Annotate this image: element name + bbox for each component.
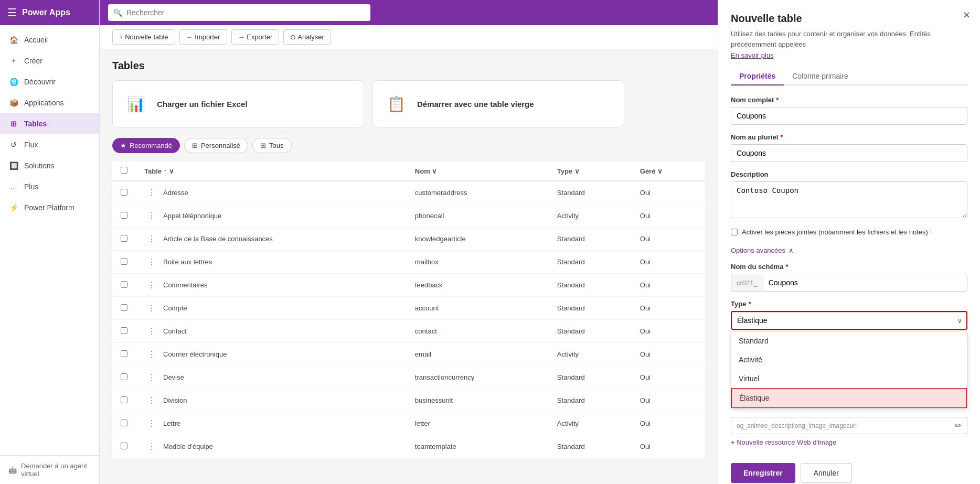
attachment-checkbox[interactable] bbox=[731, 229, 738, 235]
table-row[interactable]: ⋮ Lettre letter Activity Oui bbox=[112, 412, 705, 435]
sidebar-item-creer[interactable]: ＋Créer bbox=[0, 50, 99, 71]
power-platform-icon: ⚡ bbox=[8, 202, 19, 213]
attachment-checkbox-row[interactable]: Activer les pièces jointes (notamment le… bbox=[731, 228, 967, 236]
row-checkbox-10[interactable] bbox=[121, 420, 127, 426]
row-menu-btn-5[interactable]: ⋮ bbox=[144, 302, 159, 314]
edit-image-resource-button[interactable]: ✏ bbox=[955, 421, 962, 431]
col-gere-sort[interactable]: Géré ∨ bbox=[640, 167, 663, 175]
row-checkbox-4[interactable] bbox=[121, 281, 127, 288]
nom-pluriel-input[interactable] bbox=[731, 144, 967, 162]
table-row[interactable]: ⋮ Adresse customeraddress Standard Oui bbox=[112, 181, 705, 205]
table-row[interactable]: ⋮ Commentaires feedback Standard Oui bbox=[112, 274, 705, 297]
close-button[interactable]: ✕ bbox=[963, 9, 971, 21]
cell-gere-1: Oui bbox=[632, 205, 705, 228]
table-row[interactable]: ⋮ Modèle d'équipe teamtemplate Standard … bbox=[112, 435, 705, 458]
panel-tabs: Propriétés Colonne primaire bbox=[731, 68, 967, 85]
row-menu-btn-4[interactable]: ⋮ bbox=[144, 279, 159, 291]
search-input[interactable] bbox=[126, 8, 365, 17]
tab-personnalise[interactable]: ⊞Personnalisé bbox=[184, 138, 248, 153]
row-menu-btn-0[interactable]: ⋮ bbox=[144, 187, 159, 199]
option-elastique[interactable]: Élastique bbox=[731, 388, 967, 408]
tab-tous[interactable]: ⊞Tous bbox=[252, 138, 291, 153]
export-button[interactable]: → Exporter bbox=[231, 29, 280, 45]
sidebar-item-solutions[interactable]: 🔲Solutions bbox=[0, 155, 99, 176]
cancel-button[interactable]: Annuler bbox=[801, 463, 852, 483]
select-all-checkbox[interactable] bbox=[121, 167, 127, 174]
tab-proprietes[interactable]: Propriétés bbox=[731, 68, 784, 85]
table-row[interactable]: ⋮ Appel téléphonique phonecall Activity … bbox=[112, 205, 705, 228]
row-menu-btn-8[interactable]: ⋮ bbox=[144, 371, 159, 383]
sidebar-item-decouvrir[interactable]: 🌐Découvrir bbox=[0, 71, 99, 92]
row-menu-btn-1[interactable]: ⋮ bbox=[144, 210, 159, 222]
sidebar-item-plus[interactable]: …Plus bbox=[0, 176, 99, 197]
row-menu-btn-7[interactable]: ⋮ bbox=[144, 348, 159, 360]
row-menu-btn-9[interactable]: ⋮ bbox=[144, 394, 159, 406]
power-platform-label: Power Platform bbox=[24, 203, 74, 212]
card-1[interactable]: 📋Démarrer avec une table vierge bbox=[372, 80, 624, 127]
cell-type-4: Standard bbox=[549, 274, 632, 297]
schema-value-input[interactable] bbox=[763, 274, 967, 291]
sidebar-item-flux[interactable]: ↺Flux bbox=[0, 134, 99, 155]
search-box[interactable]: 🔍 bbox=[108, 4, 370, 21]
cell-gere-5: Oui bbox=[632, 297, 705, 320]
option-standard[interactable]: Standard bbox=[731, 331, 967, 350]
solutions-icon: 🔲 bbox=[8, 160, 19, 171]
table-row[interactable]: ⋮ Article de la Base de connaissances kn… bbox=[112, 228, 705, 251]
row-checkbox-0[interactable] bbox=[121, 189, 127, 196]
row-checkbox-9[interactable] bbox=[121, 396, 127, 403]
sidebar-item-accueil[interactable]: 🏠Accueil bbox=[0, 29, 99, 50]
hamburger-icon[interactable]: ☰ bbox=[7, 6, 17, 19]
sidebar-footer-item[interactable]: 🤖 Demander à un agent virtuel bbox=[0, 455, 99, 484]
add-resource-button[interactable]: + Nouvelle ressource Web d'image bbox=[731, 438, 967, 446]
card-0[interactable]: 📊Charger un fichier Excel bbox=[112, 80, 364, 127]
cell-type-9: Standard bbox=[549, 389, 632, 412]
new-table-button[interactable]: + Nouvelle table bbox=[112, 29, 175, 45]
row-menu-btn-3[interactable]: ⋮ bbox=[144, 256, 159, 268]
grid-icon: ⊞ bbox=[192, 142, 198, 149]
table-row[interactable]: ⋮ Compte account Standard Oui bbox=[112, 297, 705, 320]
row-checkbox-2[interactable] bbox=[121, 235, 127, 242]
row-menu-btn-6[interactable]: ⋮ bbox=[144, 325, 159, 337]
tab-colonne-primaire[interactable]: Colonne primaire bbox=[784, 68, 857, 85]
row-menu-btn-11[interactable]: ⋮ bbox=[144, 440, 159, 453]
row-checkbox-11[interactable] bbox=[121, 443, 127, 449]
col-table-sort[interactable]: Table ↑ ∨ bbox=[144, 167, 174, 175]
table-row[interactable]: ⋮ Contact contact Standard Oui bbox=[112, 320, 705, 343]
description-textarea[interactable]: Contoso Coupon bbox=[731, 181, 967, 218]
table-row[interactable]: ⋮ Devise transactioncurrency Standard Ou… bbox=[112, 366, 705, 389]
nom-complet-input[interactable] bbox=[731, 107, 967, 125]
learn-more-link[interactable]: En savoir plus bbox=[731, 51, 967, 59]
cell-gere-4: Oui bbox=[632, 274, 705, 297]
table-row[interactable]: ⋮ Courrier électronique email Activity O… bbox=[112, 343, 705, 366]
option-virtuel[interactable]: Virtuel bbox=[731, 369, 967, 388]
sidebar-item-label: Accueil bbox=[24, 36, 48, 44]
import-button[interactable]: ← Importer bbox=[179, 29, 227, 45]
required-marker: * bbox=[776, 96, 779, 104]
tab-recommande[interactable]: ★Recommandé bbox=[112, 138, 180, 153]
table-row[interactable]: ⋮ Division businessunit Standard Oui bbox=[112, 389, 705, 412]
cell-nom-1: phonecall bbox=[407, 205, 549, 228]
save-button[interactable]: Enregistrer bbox=[731, 463, 795, 483]
row-checkbox-8[interactable] bbox=[121, 373, 127, 380]
sidebar-item-power-platform[interactable]: ⚡Power Platform bbox=[0, 197, 99, 218]
table-row[interactable]: ⋮ Boite aux lettres mailbox Standard Oui bbox=[112, 251, 705, 274]
row-menu-btn-2[interactable]: ⋮ bbox=[144, 233, 159, 245]
type-select[interactable]: StandardActivitéVirtuelÉlastique bbox=[731, 311, 967, 330]
col-nom-sort[interactable]: Nom ∨ bbox=[415, 167, 438, 175]
row-checkbox-5[interactable] bbox=[121, 304, 127, 311]
row-checkbox-7[interactable] bbox=[121, 350, 127, 357]
cell-nom-7: email bbox=[407, 343, 549, 366]
advanced-options-toggle[interactable]: Options avancées ∧ bbox=[731, 246, 967, 254]
dots-btn-container-0: ⋮ Adresse bbox=[144, 187, 188, 199]
cell-table-11: ⋮ Modèle d'équipe bbox=[136, 435, 407, 458]
row-checkbox-6[interactable] bbox=[121, 327, 127, 334]
option-activite[interactable]: Activité bbox=[731, 350, 967, 369]
row-checkbox-3[interactable] bbox=[121, 258, 127, 265]
row-checkbox-1[interactable] bbox=[121, 212, 127, 219]
cell-gere-10: Oui bbox=[632, 412, 705, 435]
analyze-button[interactable]: ⊙ Analyser bbox=[283, 29, 331, 45]
sidebar-item-applications[interactable]: 📦Applications bbox=[0, 92, 99, 113]
sidebar-item-tables[interactable]: ⊞Tables bbox=[0, 113, 99, 134]
col-type-sort[interactable]: Type ∨ bbox=[557, 167, 580, 175]
row-menu-btn-10[interactable]: ⋮ bbox=[144, 417, 159, 429]
